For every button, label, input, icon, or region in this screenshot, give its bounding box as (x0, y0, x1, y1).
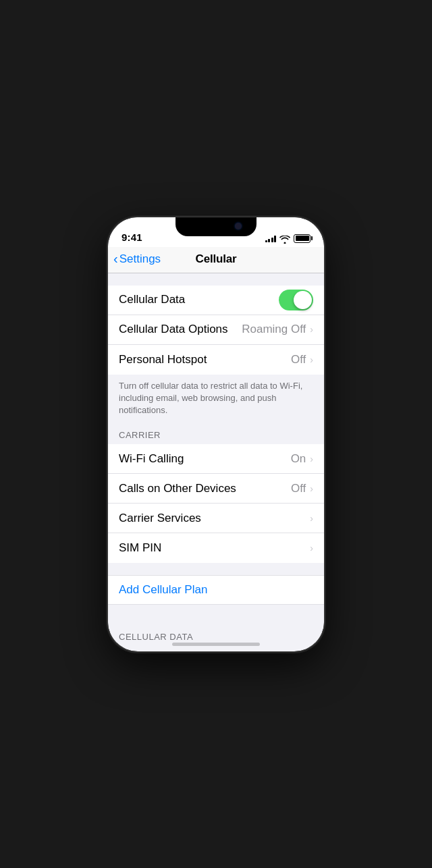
cellular-data-label: Cellular Data (119, 293, 279, 306)
add-cellular-plan-link[interactable]: Add Cellular Plan (119, 583, 207, 597)
calls-other-devices-value: Off (291, 482, 306, 495)
add-cellular-plan-row[interactable]: Add Cellular Plan (108, 575, 324, 605)
home-indicator (172, 643, 260, 646)
wifi-calling-row[interactable]: Wi-Fi Calling On › (108, 444, 324, 474)
back-chevron-icon: ‹ (113, 252, 118, 265)
chevron-right-icon: › (310, 324, 313, 335)
screen: 9:41 (108, 217, 324, 651)
status-time: 9:41 (122, 232, 142, 243)
calls-other-devices-label: Calls on Other Devices (119, 482, 291, 495)
cellular-data-options-row[interactable]: Cellular Data Options Roaming Off › (108, 315, 324, 345)
sim-pin-label: SIM PIN (119, 541, 310, 555)
back-button[interactable]: ‹ Settings (113, 252, 161, 266)
chevron-right-icon-6: › (310, 543, 313, 553)
sim-pin-row[interactable]: SIM PIN › (108, 533, 324, 563)
top-gap (108, 273, 324, 286)
camera-dot (235, 223, 242, 229)
carrier-section-header: CARRIER (108, 426, 324, 444)
cellular-info-text: Turn off cellular data to restrict all d… (108, 375, 324, 427)
personal-hotspot-label: Personal Hotspot (119, 353, 291, 367)
chevron-right-icon-3: › (310, 454, 313, 464)
nav-bar: ‹ Settings Cellular (108, 247, 324, 273)
wifi-calling-label: Wi-Fi Calling (119, 452, 291, 466)
cellular-data-group: Cellular Data Cellular Data Options Roam… (108, 286, 324, 375)
cellular-data-toggle[interactable] (279, 290, 313, 310)
status-bar: 9:41 (108, 217, 324, 247)
cellular-data-section-header: CELLULAR DATA (108, 628, 324, 642)
content: Cellular Data Cellular Data Options Roam… (108, 273, 324, 643)
chevron-right-icon-4: › (310, 483, 313, 494)
back-label[interactable]: Settings (119, 252, 161, 266)
notch (176, 217, 256, 236)
status-icons (265, 234, 311, 243)
cellular-data-row[interactable]: Cellular Data (108, 286, 324, 315)
personal-hotspot-value: Off (291, 353, 306, 367)
chevron-right-icon-5: › (310, 513, 313, 524)
cellular-data-options-label: Cellular Data Options (119, 323, 242, 336)
wifi-calling-value: On (291, 452, 306, 466)
chevron-right-icon-2: › (310, 354, 313, 365)
calls-other-devices-row[interactable]: Calls on Other Devices Off › (108, 474, 324, 504)
battery-icon (294, 234, 310, 243)
nav-title: Cellular (196, 252, 237, 266)
cellular-data-options-value: Roaming Off (242, 323, 306, 336)
personal-hotspot-row[interactable]: Personal Hotspot Off › (108, 345, 324, 375)
phone-frame: 9:41 (108, 217, 324, 651)
carrier-services-label: Carrier Services (119, 512, 310, 525)
carrier-services-row[interactable]: Carrier Services › (108, 504, 324, 533)
signal-icon (265, 234, 277, 242)
gap-1 (108, 563, 324, 575)
gap-2 (108, 605, 324, 628)
carrier-group: Wi-Fi Calling On › Calls on Other Device… (108, 444, 324, 563)
wifi-icon (279, 234, 290, 242)
